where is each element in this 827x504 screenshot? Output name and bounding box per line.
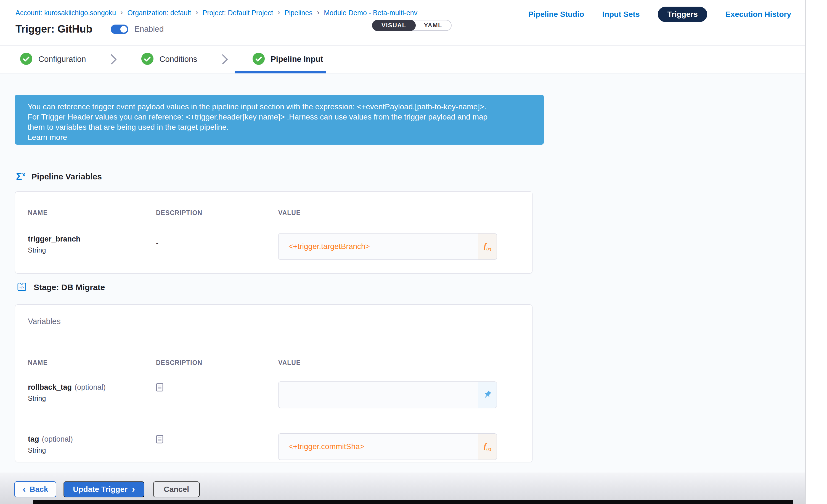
fx-expression-icon[interactable]: f(x) <box>478 434 497 460</box>
stage-title: Stage: DB Migrate <box>34 283 105 292</box>
banner-line-1: You can reference trigger event payload … <box>28 102 533 112</box>
breadcrumb-organization[interactable]: Organization: default <box>127 9 191 17</box>
pipeline-variables-card: NAME DESCRIPTION VALUE trigger_branch St… <box>15 191 532 273</box>
enabled-label: Enabled <box>135 24 164 34</box>
learn-more-link[interactable]: Learn more <box>28 132 67 142</box>
button-row: ‹ Back Update Trigger › Cancel <box>0 472 827 497</box>
breadcrumb: Account: kurosakiichigo.songoku › Organi… <box>15 9 418 17</box>
tab-pipeline-input[interactable]: Pipeline Input <box>253 53 323 66</box>
window-bottom-bar <box>33 500 793 504</box>
check-circle-icon <box>253 53 265 66</box>
visual-yaml-toggle: VISUAL YAML <box>372 20 451 31</box>
variable-name: rollback_tag <box>28 383 72 391</box>
column-header-description: DESCRIPTION <box>156 359 278 366</box>
cancel-button[interactable]: Cancel <box>153 482 200 497</box>
variable-description-cell <box>156 429 278 445</box>
variable-description-cell: - <box>156 229 278 247</box>
column-header-value: VALUE <box>278 359 520 366</box>
table-header-row: NAME DESCRIPTION VALUE <box>28 359 520 366</box>
breadcrumb-pipeline-name[interactable]: Module Demo - Beta-multi-env <box>324 9 418 17</box>
chevron-right-icon: › <box>120 8 123 16</box>
yaml-button[interactable]: YAML <box>415 20 451 31</box>
info-banner: You can reference trigger event payload … <box>15 95 544 145</box>
wizard-tab-bar: Configuration Conditions Pipeline Input <box>0 46 827 73</box>
column-header-name: NAME <box>28 359 156 366</box>
chevron-right-icon: › <box>195 8 198 16</box>
chevron-left-icon: ‹ <box>22 484 26 494</box>
footer-action-bar: ‹ Back Update Trigger › Cancel <box>0 472 827 504</box>
top-bar: Account: kurosakiichigo.songoku › Organi… <box>0 0 827 46</box>
expression-value-text[interactable]: <+trigger.targetBranch> <box>279 234 478 259</box>
page-title: Trigger: GitHub <box>15 23 93 35</box>
tag-value-input[interactable]: <+trigger.commitSha> f(x) <box>278 433 497 460</box>
optional-label: (optional) <box>42 435 73 443</box>
variable-name-cell: trigger_branch String <box>28 229 156 254</box>
column-header-value: VALUE <box>278 209 520 217</box>
check-circle-icon <box>141 53 153 66</box>
column-header-name: NAME <box>28 209 156 217</box>
stage-heading: </> Stage: DB Migrate <box>16 281 827 293</box>
variable-type: String <box>28 394 156 402</box>
active-tab-underline <box>235 71 326 73</box>
variable-name: trigger_branch <box>28 235 81 243</box>
nav-triggers[interactable]: Triggers <box>658 7 707 22</box>
right-gutter <box>806 0 827 504</box>
pin-fixed-value-icon[interactable] <box>478 382 497 408</box>
back-button[interactable]: ‹ Back <box>14 482 56 497</box>
rollback-tag-value-input[interactable] <box>278 382 497 408</box>
variable-name-cell: tag(optional) String <box>28 429 156 454</box>
tab-conditions[interactable]: Conditions <box>141 53 197 66</box>
enabled-toggle[interactable] <box>111 24 128 34</box>
chevron-right-icon: › <box>278 8 280 16</box>
pipeline-top-nav: Pipeline Studio Input Sets Triggers Exec… <box>528 7 791 22</box>
table-row: rollback_tag(optional) String <box>28 377 520 418</box>
fixed-value-text[interactable] <box>279 382 478 408</box>
tab-conditions-label: Conditions <box>159 55 197 64</box>
variable-value-cell: <+trigger.targetBranch> f(x) <box>278 229 520 260</box>
description-tooltip-icon[interactable] <box>156 383 163 393</box>
stage-icon: </> <box>16 281 28 294</box>
update-trigger-button[interactable]: Update Trigger › <box>63 482 144 497</box>
variable-value-cell: <+trigger.commitSha> f(x) <box>278 429 520 460</box>
column-header-description: DESCRIPTION <box>156 209 278 217</box>
visual-button[interactable]: VISUAL <box>372 20 416 31</box>
variable-type: String <box>28 246 156 254</box>
tab-configuration-label: Configuration <box>38 55 86 64</box>
sigma-variables-icon: Σx <box>16 172 26 182</box>
table-header-row: NAME DESCRIPTION VALUE <box>28 209 520 217</box>
trigger-branch-value-input[interactable]: <+trigger.targetBranch> f(x) <box>278 233 497 260</box>
stage-variables-card: Variables NAME DESCRIPTION VALUE rollbac… <box>15 304 532 462</box>
optional-label: (optional) <box>75 383 106 391</box>
table-row: tag(optional) String <+trigger.commitSha… <box>28 429 520 470</box>
window-edge-divider <box>805 0 806 504</box>
breadcrumb-account[interactable]: Account: kurosakiichigo.songoku <box>15 9 116 17</box>
toggle-knob <box>119 25 128 34</box>
variables-card-title: Variables <box>28 317 520 326</box>
nav-execution-history[interactable]: Execution History <box>725 10 791 19</box>
nav-pipeline-studio[interactable]: Pipeline Studio <box>528 10 584 19</box>
banner-line-2: For Trigger Header values you can refere… <box>28 112 533 122</box>
expression-value-text[interactable]: <+trigger.commitSha> <box>279 434 478 460</box>
check-circle-icon <box>20 53 32 66</box>
variable-description: - <box>156 235 158 247</box>
variable-value-cell <box>278 377 520 408</box>
pipeline-variables-title: Pipeline Variables <box>32 172 102 181</box>
svg-text:</>: </> <box>19 286 24 289</box>
tab-pipeline-input-label: Pipeline Input <box>271 55 323 64</box>
breadcrumb-project[interactable]: Project: Default Project <box>202 9 273 17</box>
tab-configuration[interactable]: Configuration <box>20 53 86 66</box>
chevron-right-icon <box>110 54 117 65</box>
pipeline-variables-heading: Σx Pipeline Variables <box>16 170 827 183</box>
chevron-right-icon <box>222 54 228 65</box>
variable-type: String <box>28 446 156 454</box>
breadcrumb-pipelines[interactable]: Pipelines <box>284 9 312 17</box>
description-tooltip-icon[interactable] <box>156 435 163 445</box>
fx-expression-icon[interactable]: f(x) <box>478 234 497 259</box>
variable-name-cell: rollback_tag(optional) String <box>28 377 156 402</box>
title-row: Trigger: GitHub Enabled <box>15 23 164 35</box>
chevron-right-icon: › <box>317 8 320 16</box>
nav-input-sets[interactable]: Input Sets <box>602 10 640 19</box>
variable-name: tag <box>28 435 39 443</box>
variable-description-cell <box>156 377 278 393</box>
banner-line-3: them to variables that are being used in… <box>28 122 533 132</box>
